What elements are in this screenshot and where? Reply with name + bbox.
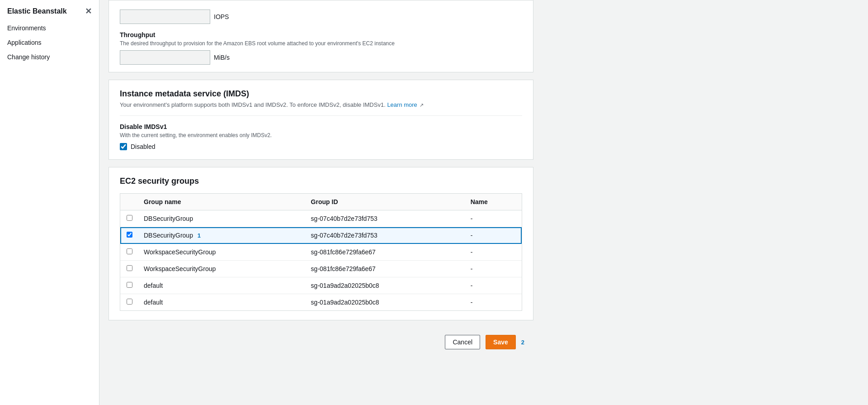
row-checkbox-1[interactable] <box>127 232 132 238</box>
row-checkbox-5[interactable] <box>127 299 132 305</box>
name-2: - <box>465 244 522 261</box>
throughput-description: The desired throughput to provision for … <box>120 40 522 47</box>
footer-bar: Cancel Save 2 <box>108 328 533 357</box>
imds-subsection-title: Disable IMDSv1 <box>120 123 522 130</box>
group-id-0: sg-07c40b7d2e73fd753 <box>306 210 465 227</box>
security-groups-table-container: Group name Group ID Name DBSecurityGroup… <box>120 193 522 311</box>
throughput-label: Throughput <box>120 31 522 38</box>
main-content: IOPS Throughput The desired throughput t… <box>99 0 868 405</box>
table-row-selected: DBSecurityGroup 1 sg-07c40b7d2e73fd753 - <box>120 227 522 244</box>
group-id-4: sg-01a9ad2a02025b0c8 <box>306 277 465 294</box>
imds-section: Instance metadata service (IMDS) Your en… <box>108 80 533 160</box>
group-id-2: sg-081fc86e729fa6e67 <box>306 244 465 261</box>
iops-section: IOPS Throughput The desired throughput t… <box>108 0 533 72</box>
imds-disabled-checkbox[interactable] <box>120 143 127 150</box>
footer-badge: 2 <box>521 339 524 346</box>
iops-unit-label: IOPS <box>214 13 229 20</box>
sidebar-item-environments[interactable]: Environments <box>0 21 99 35</box>
imds-desc: Your environment's platform supports bot… <box>120 101 522 108</box>
group-name-5: default <box>138 294 306 311</box>
group-name-3: WorkspaceSecurityGroup <box>138 261 306 277</box>
table-row: default sg-01a9ad2a02025b0c8 - <box>120 294 522 311</box>
close-icon[interactable]: ✕ <box>85 7 92 15</box>
table-row: WorkspaceSecurityGroup sg-081fc86e729fa6… <box>120 244 522 261</box>
imds-subsection-desc: With the current setting, the environmen… <box>120 132 522 138</box>
name-4: - <box>465 277 522 294</box>
col-header-name: Name <box>465 194 522 210</box>
ec2-section-title: EC2 security groups <box>120 176 522 186</box>
sidebar-nav: Environments Applications Change history <box>0 21 99 64</box>
mibs-unit-label: MiB/s <box>214 54 230 61</box>
group-id-3: sg-081fc86e729fa6e67 <box>306 261 465 277</box>
group-id-1: sg-07c40b7d2e73fd753 <box>306 227 465 244</box>
sidebar-item-applications[interactable]: Applications <box>0 35 99 50</box>
cancel-button[interactable]: Cancel <box>445 335 480 349</box>
sidebar-title: Elastic Beanstalk <box>7 7 67 15</box>
imds-title: Instance metadata service (IMDS) <box>120 89 522 99</box>
imds-learn-more-link[interactable]: Learn more <box>387 101 417 108</box>
iops-input[interactable] <box>120 10 210 24</box>
name-0: - <box>465 210 522 227</box>
col-header-group-name: Group name <box>138 194 306 210</box>
sidebar-item-change-history[interactable]: Change history <box>0 50 99 64</box>
throughput-input[interactable] <box>120 50 210 65</box>
row-selected-badge: 1 <box>198 232 201 239</box>
table-row: DBSecurityGroup sg-07c40b7d2e73fd753 - <box>120 210 522 227</box>
row-checkbox-2[interactable] <box>127 248 132 254</box>
save-button[interactable]: Save <box>486 335 516 349</box>
col-header-checkbox <box>120 194 138 210</box>
sidebar: Elastic Beanstalk ✕ Environments Applica… <box>0 0 99 405</box>
row-checkbox-4[interactable] <box>127 282 132 288</box>
name-3: - <box>465 261 522 277</box>
col-header-group-id: Group ID <box>306 194 465 210</box>
row-checkbox-3[interactable] <box>127 265 132 271</box>
name-5: - <box>465 294 522 311</box>
group-id-5: sg-01a9ad2a02025b0c8 <box>306 294 465 311</box>
imds-disabled-label: Disabled <box>131 143 155 150</box>
table-row: WorkspaceSecurityGroup sg-081fc86e729fa6… <box>120 261 522 277</box>
table-row: default sg-01a9ad2a02025b0c8 - <box>120 277 522 294</box>
name-1: - <box>465 227 522 244</box>
row-checkbox-0[interactable] <box>127 215 132 221</box>
group-name-4: default <box>138 277 306 294</box>
group-name-1: DBSecurityGroup 1 <box>138 227 306 244</box>
group-name-2: WorkspaceSecurityGroup <box>138 244 306 261</box>
external-link-icon: ↗ <box>420 102 424 108</box>
ec2-security-groups-section: EC2 security groups Group name Group ID … <box>108 167 533 320</box>
security-groups-table: Group name Group ID Name DBSecurityGroup… <box>120 194 522 310</box>
group-name-0: DBSecurityGroup <box>138 210 306 227</box>
